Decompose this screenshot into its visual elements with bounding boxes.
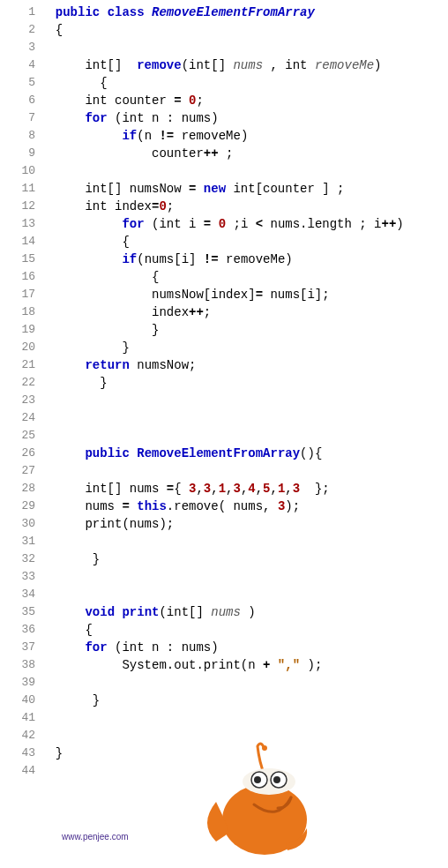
line-number: 30 xyxy=(0,515,35,533)
code-token: = xyxy=(174,94,181,108)
line-number: 20 xyxy=(0,339,35,356)
code-token: { xyxy=(174,482,189,496)
code-token: RemoveElementFromArray xyxy=(137,446,300,460)
code-token: ) xyxy=(241,605,256,619)
line-number: 15 xyxy=(0,251,35,268)
code-token xyxy=(145,5,152,19)
code-token xyxy=(41,393,48,408)
code-token: } xyxy=(41,746,63,760)
code-line: print(nums); xyxy=(41,515,448,533)
code-token: nums xyxy=(41,499,122,513)
code-token: = xyxy=(204,217,211,231)
code-token: numsNow[index] xyxy=(41,288,256,302)
code-token: ; xyxy=(204,305,211,319)
line-number: 33 xyxy=(0,568,35,586)
line-number: 16 xyxy=(0,268,35,286)
line-number: 44 xyxy=(0,762,35,780)
code-token: { xyxy=(41,235,130,249)
code-token: ) xyxy=(396,217,403,231)
code-line: int[] numsNow = new int[counter ] ; xyxy=(41,180,448,198)
line-number: 41 xyxy=(0,709,35,727)
line-number: 26 xyxy=(0,445,35,462)
code-token: ++ xyxy=(189,305,204,319)
line-number: 42 xyxy=(0,727,35,745)
code-token: public xyxy=(85,446,129,460)
code-token: removeMe xyxy=(315,58,374,72)
code-token xyxy=(41,711,48,725)
code-token xyxy=(41,535,48,549)
code-token: removeMe) xyxy=(219,252,293,266)
code-line: public class RemoveElementFromArray xyxy=(41,4,448,21)
code-token: ++ xyxy=(382,217,397,231)
code-token: { xyxy=(41,23,63,37)
line-number: 18 xyxy=(0,303,35,321)
code-token: nums.length ; i xyxy=(263,217,381,231)
code-token xyxy=(196,182,203,196)
code-token xyxy=(41,41,48,55)
code-token: System.out.print(n xyxy=(41,658,263,672)
line-gutter: 1234567891011121314151617181920212223242… xyxy=(0,0,41,780)
code-line: void print(int[] nums ) xyxy=(41,603,448,621)
code-line: if(n != removeMe) xyxy=(41,127,448,145)
line-number: 13 xyxy=(0,215,35,233)
code-token xyxy=(41,446,85,460)
line-number: 37 xyxy=(0,639,35,656)
code-area: public class RemoveElementFromArray { in… xyxy=(41,0,448,780)
code-token xyxy=(41,605,85,619)
code-token: void xyxy=(85,605,115,619)
code-line: } xyxy=(41,692,448,709)
line-number: 35 xyxy=(0,603,35,621)
svg-point-6 xyxy=(273,776,280,783)
code-token: = xyxy=(122,499,129,513)
line-number: 43 xyxy=(0,745,35,762)
code-token: for xyxy=(85,640,107,655)
code-token: int[] nums xyxy=(41,482,167,496)
line-number: 2 xyxy=(0,21,35,39)
code-line: if(nums[i] != removeMe) xyxy=(41,251,448,268)
code-token: counter xyxy=(41,146,204,161)
code-token xyxy=(130,446,137,460)
footer-link[interactable]: www.penjee.com xyxy=(62,832,129,842)
code-line: } xyxy=(41,374,448,392)
code-token: int[] xyxy=(41,58,137,72)
code-token: nums xyxy=(211,605,241,619)
code-token: this xyxy=(137,499,167,513)
code-line: int counter = 0; xyxy=(41,92,448,109)
code-token: "," xyxy=(278,658,300,672)
code-token: ); xyxy=(300,658,322,672)
code-line: index++; xyxy=(41,303,448,321)
code-token xyxy=(41,411,48,425)
code-token: for xyxy=(85,111,107,125)
code-token xyxy=(41,729,48,743)
code-token xyxy=(41,111,85,125)
line-number: 11 xyxy=(0,180,35,198)
line-number: 25 xyxy=(0,427,35,445)
code-line: { xyxy=(41,74,448,92)
code-token: = xyxy=(167,482,174,496)
code-line xyxy=(41,674,448,692)
code-token: != xyxy=(204,252,219,266)
code-token xyxy=(41,5,56,19)
line-number: 28 xyxy=(0,480,35,498)
code-token: , xyxy=(271,482,278,496)
code-line: int[] remove(int[] nums , int removeMe) xyxy=(41,56,448,74)
line-number: 34 xyxy=(0,586,35,603)
line-number: 19 xyxy=(0,321,35,339)
code-token: removeMe) xyxy=(174,129,248,143)
code-token: ); xyxy=(285,499,300,513)
code-token: { xyxy=(41,623,93,637)
code-line: nums = this.remove( nums, 3); xyxy=(41,498,448,515)
code-token: int index xyxy=(41,199,152,213)
code-token: ;i xyxy=(226,217,256,231)
code-token: ; xyxy=(219,146,234,161)
code-token: (){ xyxy=(300,446,322,460)
code-token xyxy=(41,676,48,690)
line-number: 22 xyxy=(0,374,35,392)
code-token: RemoveElementFromArray xyxy=(152,5,315,19)
line-number: 3 xyxy=(0,39,35,56)
code-token: { xyxy=(41,76,108,90)
code-line: for (int i = 0 ;i < nums.length ; i++) xyxy=(41,215,448,233)
code-token xyxy=(41,252,122,266)
code-line: public RemoveElementFromArray(){ xyxy=(41,445,448,462)
code-line: counter++ ; xyxy=(41,145,448,162)
